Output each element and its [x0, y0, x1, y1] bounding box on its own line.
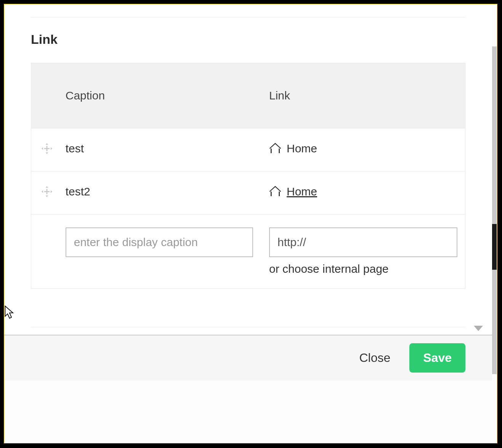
- link-editor-modal: Link Caption Link test: [4, 4, 492, 381]
- scroll-down-icon[interactable]: [474, 326, 483, 331]
- modal-footer: Close Save: [4, 335, 492, 381]
- column-header-caption: Caption: [58, 63, 261, 128]
- choose-internal-page-link[interactable]: or choose internal page: [269, 262, 457, 275]
- link-cell[interactable]: Home: [269, 142, 317, 155]
- drag-handle-icon[interactable]: [40, 142, 58, 155]
- section-title: Link: [31, 32, 465, 47]
- link-label: Home: [287, 185, 317, 198]
- url-input[interactable]: [269, 227, 457, 257]
- caption-input[interactable]: [66, 227, 253, 257]
- table-input-row: or choose internal page: [31, 214, 465, 289]
- column-header-drag: [31, 63, 58, 128]
- table-row: test Home: [31, 128, 465, 171]
- modal-body: Link Caption Link test: [4, 4, 492, 335]
- home-icon: [269, 186, 281, 198]
- close-button[interactable]: Close: [355, 345, 394, 371]
- divider: [31, 17, 465, 18]
- caption-cell[interactable]: test: [58, 128, 261, 171]
- table-row: test2 Home: [31, 171, 465, 214]
- links-table: Caption Link test: [31, 63, 465, 289]
- column-header-link: Link: [261, 63, 465, 128]
- drag-handle-icon[interactable]: [40, 185, 58, 198]
- link-label: Home: [287, 142, 317, 155]
- home-icon: [269, 142, 281, 155]
- link-cell[interactable]: Home: [269, 185, 317, 198]
- caption-cell[interactable]: test2: [58, 171, 261, 214]
- save-button[interactable]: Save: [409, 343, 465, 373]
- divider: [31, 327, 465, 327]
